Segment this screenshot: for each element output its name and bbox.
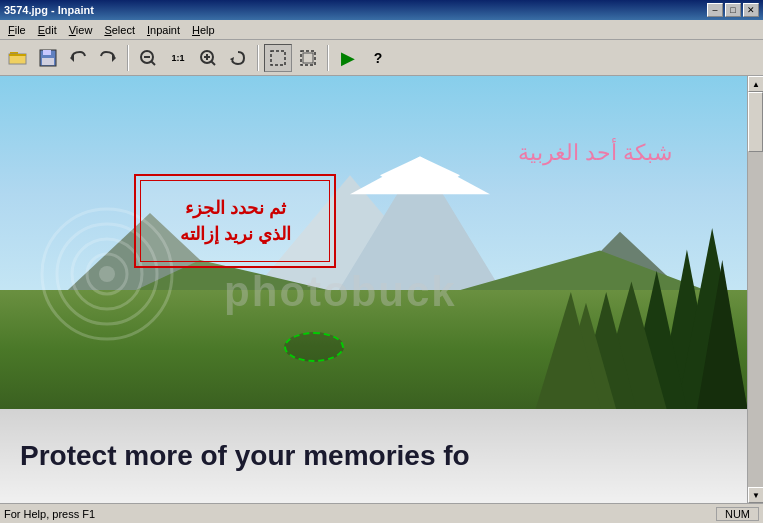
canvas-container[interactable]: شبكة أحد الغربية photobuck ثم نحدد الجزء…: [0, 76, 763, 503]
separator-3: [327, 45, 329, 71]
svg-rect-18: [303, 53, 313, 63]
separator-1: [127, 45, 129, 71]
menu-help-label: Help: [192, 24, 215, 36]
undo-button[interactable]: [64, 44, 92, 72]
redo-button[interactable]: [94, 44, 122, 72]
separator-2: [257, 45, 259, 71]
open-icon: [8, 48, 28, 68]
scroll-up-button[interactable]: ▲: [748, 76, 763, 92]
banner-text: Protect more of your memories fo: [20, 440, 470, 472]
rotate-icon: [228, 48, 248, 68]
menu-edit[interactable]: Edit: [32, 21, 63, 39]
help-status-text: For Help, press F1: [4, 508, 95, 520]
num-lock-indicator: NUM: [716, 507, 759, 521]
window-title: 3574.jpg - Inpaint: [4, 4, 94, 16]
maximize-button[interactable]: □: [725, 3, 741, 17]
title-bar: 3574.jpg - Inpaint – □ ✕: [0, 0, 763, 20]
question-icon: ?: [374, 50, 383, 66]
menu-file[interactable]: File: [2, 21, 32, 39]
menu-select[interactable]: Select: [98, 21, 141, 39]
vertical-scrollbar[interactable]: ▲ ▼: [747, 76, 763, 503]
menu-view[interactable]: View: [63, 21, 99, 39]
scroll-track-vertical[interactable]: [748, 92, 763, 487]
menu-view-label: View: [69, 24, 93, 36]
selection-box-inner: ثم نحدد الجزء الذي نريد إزالته: [140, 180, 330, 262]
redo-icon: [98, 48, 118, 68]
save-button[interactable]: [34, 44, 62, 72]
minimize-button[interactable]: –: [707, 3, 723, 17]
trees-background: [374, 196, 748, 410]
svg-line-10: [151, 61, 155, 65]
svg-rect-5: [42, 58, 54, 65]
select-lasso-button[interactable]: [294, 44, 322, 72]
oval-selection[interactable]: [284, 332, 344, 362]
help-button[interactable]: ?: [364, 44, 392, 72]
rect-select-icon: [268, 48, 288, 68]
menu-edit-label: Edit: [38, 24, 57, 36]
menu-bar: File Edit View Select Inpaint Help: [0, 20, 763, 40]
play-icon: ▶: [341, 47, 355, 69]
select-rect-button[interactable]: [264, 44, 292, 72]
lasso-icon: [298, 48, 318, 68]
zoom-out-icon: [138, 48, 158, 68]
menu-help[interactable]: Help: [186, 21, 221, 39]
zoom-in-icon: [198, 48, 218, 68]
close-button[interactable]: ✕: [743, 3, 759, 17]
svg-point-38: [99, 266, 115, 282]
svg-line-14: [211, 61, 215, 65]
arabic-text-line-2: الذي نريد إزالته: [180, 223, 291, 245]
arabic-watermark: شبكة أحد الغربية: [518, 140, 672, 166]
scroll-thumb-vertical[interactable]: [748, 92, 763, 152]
svg-rect-4: [43, 50, 51, 55]
arabic-text-line-1: ثم نحدد الجزء: [185, 197, 286, 219]
scroll-down-button[interactable]: ▼: [748, 487, 763, 503]
menu-inpaint[interactable]: Inpaint: [141, 21, 186, 39]
svg-rect-16: [271, 51, 285, 65]
save-icon: [38, 48, 58, 68]
zoom-out-button[interactable]: [134, 44, 162, 72]
menu-file-label: File: [8, 24, 26, 36]
undo-icon: [68, 48, 88, 68]
main-area: شبكة أحد الغربية photobuck ثم نحدد الجزء…: [0, 76, 763, 503]
open-file-button[interactable]: [4, 44, 32, 72]
canvas-image: شبكة أحد الغربية photobuck ثم نحدد الجزء…: [0, 76, 747, 503]
window-controls: – □ ✕: [707, 3, 759, 17]
run-inpaint-button[interactable]: ▶: [334, 44, 362, 72]
toolbar: 1:1 ▶ ?: [0, 40, 763, 76]
status-bar: For Help, press F1 NUM: [0, 503, 763, 523]
svg-rect-2: [9, 54, 26, 56]
selection-box[interactable]: ثم نحدد الجزء الذي نريد إزالته: [134, 174, 336, 268]
zoom-actual-button[interactable]: 1:1: [164, 44, 192, 72]
menu-inpaint-label: Inpaint: [147, 24, 180, 36]
menu-select-label: Select: [104, 24, 135, 36]
zoom-actual-label: 1:1: [171, 53, 184, 63]
zoom-in-button[interactable]: [194, 44, 222, 72]
rotate-button[interactable]: [224, 44, 252, 72]
bottom-banner: Protect more of your memories fo: [0, 409, 747, 503]
